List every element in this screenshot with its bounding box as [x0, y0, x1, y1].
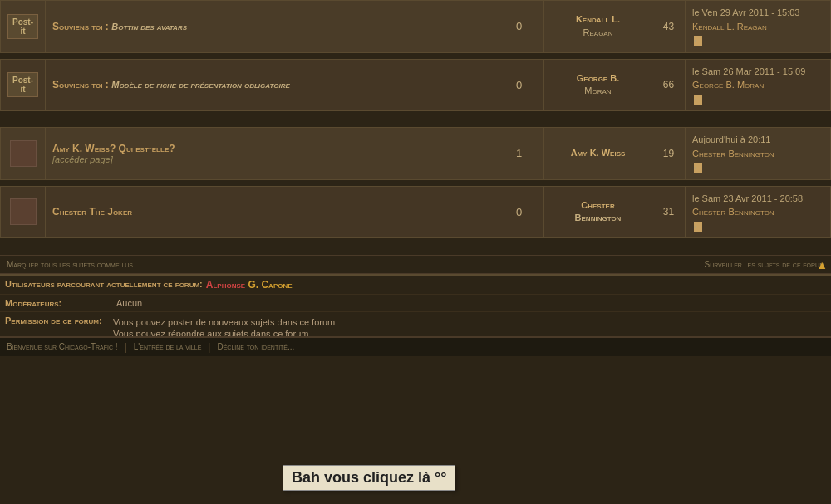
browsing-row: Utilisateurs parcourant actuellement ce …: [0, 276, 831, 295]
forum-row-postit-1: Post-it Souviens toi : Bottin des avatar…: [1, 1, 831, 53]
postit-cell-1: Post-it: [1, 1, 46, 53]
topic-cell-chester: Chester The Joker: [46, 186, 494, 238]
forum-row-amy: Amy K. Weiss? Qui est-elle? [accéder pag…: [1, 128, 831, 180]
browsing-user-highlight: G. Capone: [248, 279, 292, 291]
topic-title-chester[interactable]: Chester The Joker: [52, 206, 487, 218]
replies-cell-chester: 0: [494, 186, 544, 238]
topic-link-amy[interactable]: [accéder page]: [52, 154, 487, 164]
topic-prefix-2: Souviens toi :: [52, 79, 109, 91]
permission-1: Vous pouvez poster de nouveaux sujets da…: [113, 317, 826, 327]
browsing-user: Alphonse G. Capone: [206, 279, 293, 291]
separator-2: [1, 111, 831, 128]
lastpost-cell-chester: le Sam 23 Avr 2011 - 20:58 Chester Benni…: [686, 186, 831, 238]
replies-cell-1: 0: [494, 1, 544, 53]
postit-label-2: Post-it: [7, 72, 38, 97]
watch-forum-link[interactable]: Surveiller les sujets de ce forum: [704, 260, 824, 269]
forum-row-chester: Chester The Joker 0 Chester Bennington 3…: [1, 186, 831, 238]
topic-cell-2: Souviens toi : Modèle de fiche de présen…: [46, 59, 494, 111]
tooltip-overlay: Bah vous cliquez là °°: [283, 465, 455, 491]
scroll-arrow: ▲: [813, 256, 831, 274]
footer-link-2[interactable]: L'entrée de la ville: [134, 342, 202, 351]
footer-link-3[interactable]: Décline ton identité...: [217, 342, 294, 351]
postit-label-1: Post-it: [7, 14, 38, 39]
replies-cell-2: 0: [494, 59, 544, 111]
topic-prefix-1: Souviens toi :: [52, 21, 109, 32]
moderators-value: Aucun: [116, 298, 826, 308]
separator-1: [1, 52, 831, 59]
doc-icon-2: ▪: [694, 95, 702, 105]
topic-cell-1: Souviens toi : Bottin des avatars: [46, 1, 494, 53]
topic-name-1[interactable]: Bottin des avatars: [111, 22, 187, 32]
lastpost-cell-amy: Aujourd'hui à 20:11 Chester Bennington ▪: [686, 128, 831, 180]
lastpost-cell-2: le Sam 26 Mar 2011 - 15:09 George B. Mor…: [686, 59, 831, 111]
topic-title-amy[interactable]: Amy K. Weiss? Qui est-elle?: [52, 143, 487, 154]
author-cell-1: Kendall L. Reagan: [544, 1, 652, 53]
doc-icon-3: ▪: [694, 163, 702, 173]
mark-all-read-link[interactable]: Marquer tous les sujets comme lus: [7, 260, 133, 269]
lastpost-cell-1: le Ven 29 Avr 2011 - 15:03 Kendall L. Re…: [686, 1, 831, 53]
permissions-label: Permission de ce forum:: [5, 316, 113, 325]
separator-3: [1, 179, 831, 186]
footer-link-1[interactable]: Bienvenue sur Chicago-Trafic !: [7, 342, 118, 351]
views-cell-1: 43: [652, 1, 686, 53]
replies-cell-amy: 1: [494, 128, 544, 180]
author-cell-2: George B. Moran: [544, 59, 652, 111]
footer-sep-1: |: [125, 341, 127, 353]
forum-row-postit-2: Post-it Souviens toi : Modèle de fiche d…: [1, 59, 831, 111]
topic-cell-amy: Amy K. Weiss? Qui est-elle? [accéder pag…: [46, 128, 494, 180]
footer-sep-2: |: [208, 341, 210, 353]
doc-icon-1: ▪: [694, 36, 702, 46]
moderators-label: Modérateurs:: [5, 298, 113, 308]
postit-cell-2: Post-it: [1, 59, 46, 111]
separator-4: [1, 238, 831, 255]
topic-title-2[interactable]: Souviens toi : Modèle de fiche de présen…: [52, 79, 290, 91]
views-cell-2: 66: [652, 59, 686, 111]
views-cell-chester: 31: [652, 186, 686, 238]
footer-bar: Bienvenue sur Chicago-Trafic ! | L'entré…: [0, 336, 831, 356]
author-cell-chester: Chester Bennington: [544, 186, 652, 238]
bottom-nav: Marquer tous les sujets comme lus ▲ Surv…: [0, 255, 831, 274]
moderators-row: Modérateurs: Aucun: [0, 295, 831, 312]
topic-title-1[interactable]: Souviens toi : Bottin des avatars: [52, 21, 187, 32]
doc-icon-4: ▪: [694, 222, 702, 232]
browsing-label: Utilisateurs parcourant actuellement ce …: [5, 279, 203, 289]
author-cell-amy: Amy K. Weiss: [544, 128, 652, 180]
topic-name-2[interactable]: Modèle de fiche de présentation obligato…: [111, 80, 290, 90]
icon-cell-chester: [1, 186, 46, 238]
browsing-user-prefix: Alphonse: [206, 279, 245, 291]
icon-cell-amy: [1, 128, 46, 180]
views-cell-amy: 19: [652, 128, 686, 180]
